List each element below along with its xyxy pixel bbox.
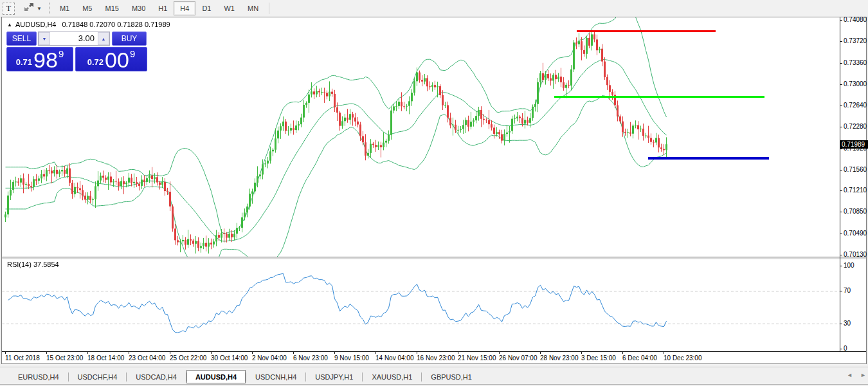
timeframe-button-d1[interactable]: D1 [195, 1, 217, 15]
price-axis-tick [840, 106, 842, 106]
time-axis-tick [622, 352, 623, 354]
price-axis-label: 0.74080 [844, 16, 867, 23]
chart-symbol-title: AUDUSD,H4 [15, 21, 57, 28]
arrows-tool-button[interactable]: ▼ [21, 2, 44, 15]
price-axis-tick [840, 63, 842, 64]
time-axis-tick [211, 352, 212, 354]
chart-tabs: EURUSD,H4USDCHF,H4USDCAD,H4AUDUSD,H4USDC… [9, 370, 481, 383]
sell-price-tile[interactable]: 0.71 98 9 [6, 47, 73, 71]
rsi-axis-label: 70 [844, 287, 851, 294]
price-axis-tick [840, 127, 842, 127]
chart-tab-gbpusd-h1[interactable]: GBPUSD,H1 [422, 370, 481, 383]
time-axis-label: 6 Nov 23:00 [293, 354, 328, 362]
volume-decrease-button[interactable]: ▼ [39, 32, 50, 45]
price-axis-label: 0.72640 [844, 102, 867, 109]
pane-divider[interactable] [2, 257, 866, 259]
volume-stepper: ▼ 3.00 ▲ [38, 32, 110, 46]
timeframe-button-m5[interactable]: M5 [76, 1, 98, 15]
timeframe-button-w1[interactable]: W1 [217, 1, 241, 15]
time-axis-tick [87, 352, 88, 354]
time-axis-tick [581, 352, 582, 354]
volume-input[interactable]: 3.00 [50, 32, 98, 45]
chart-tab-audusd-h4[interactable]: AUDUSD,H4 [186, 370, 246, 383]
tab-scroll-right-icon[interactable]: ► [860, 372, 866, 378]
current-price-badge: 0.71989 [840, 140, 868, 149]
time-axis-tick [293, 352, 294, 354]
rsi-axis-tick [840, 291, 842, 291]
tab-scroll-left-icon[interactable]: ◄ [847, 372, 853, 378]
time-axis-label: 21 Nov 15:00 [458, 354, 496, 362]
rsi-indicator-label: RSI(14) 37.5854 [7, 261, 59, 268]
sell-button[interactable]: SELL [6, 32, 37, 46]
timeframe-button-m1[interactable]: M1 [53, 1, 76, 15]
rsi-axis-label: 30 [844, 320, 851, 327]
top-toolbar: T ▼ M1M5M15M30H1H4D1W1MN [0, 0, 868, 17]
chart-tab-xauusd-h1[interactable]: XAUUSD,H1 [363, 370, 421, 383]
time-axis-tick [5, 352, 6, 354]
timeframe-button-mn[interactable]: MN [241, 1, 265, 15]
text-tool-icon: T [6, 4, 11, 14]
price-axis-label: 0.70130 [844, 251, 867, 258]
time-axis-tick [664, 352, 664, 354]
timeframe-button-m30[interactable]: M30 [125, 1, 152, 15]
chart-tab-usdcnh-h4[interactable]: USDCNH,H4 [246, 370, 305, 383]
timeframe-button-h1[interactable]: H1 [152, 1, 174, 15]
price-axis-label: 0.73000 [844, 80, 867, 87]
buy-price-tile[interactable]: 0.72 00 9 [75, 47, 147, 71]
buy-price-big-digits: 00 [105, 50, 129, 69]
buy-button[interactable]: BUY [112, 32, 147, 46]
buy-price-pip-digit: 9 [130, 48, 135, 59]
chart-ohlc-values: 0.71848 0.72070 0.71828 0.71989 [62, 21, 170, 28]
price-axis-tick [840, 255, 842, 255]
volume-increase-button[interactable]: ▲ [98, 32, 109, 45]
timeframe-toolbar: M1M5M15M30H1H4D1W1MN [53, 0, 265, 17]
time-axis-tick [540, 352, 541, 354]
time-axis-label: 11 Oct 2018 [5, 354, 40, 362]
price-axis-label: 0.72280 [844, 123, 867, 130]
triangle-up-icon: ▲ [102, 37, 106, 41]
time-axis-tick [499, 352, 500, 354]
time-axis-tick [129, 352, 129, 354]
one-click-trading-panel: SELL ▼ 3.00 ▲ BUY 0.71 98 9 0.72 00 9 [6, 32, 147, 71]
time-axis-tick [252, 352, 253, 354]
rsi-axis-tick [840, 324, 842, 324]
price-axis-tick [840, 190, 842, 191]
time-axis-tick [334, 352, 335, 354]
rsi-indicator-canvas[interactable] [2, 259, 840, 351]
price-axis-line [840, 17, 840, 351]
time-axis-label: 6 Dec 04:00 [622, 354, 657, 362]
time-axis-label: 30 Oct 14:00 [211, 354, 248, 362]
price-axis-label: 0.70490 [844, 230, 867, 237]
time-axis-tick [170, 352, 170, 354]
price-axis-tick [840, 84, 842, 85]
arrows-icon [23, 3, 35, 14]
sell-price-prefix: 0.71 [16, 57, 32, 67]
chart-tab-bar: EURUSD,H4USDCHF,H4USDCAD,H4AUDUSD,H4USDC… [0, 367, 868, 386]
rsi-axis-label: 100 [844, 262, 854, 269]
chart-tab-usdcad-h4[interactable]: USDCAD,H4 [127, 370, 186, 383]
time-axis-label: 15 Oct 23:00 [46, 354, 83, 362]
chart-tab-eurusd-h4[interactable]: EURUSD,H4 [9, 370, 68, 383]
price-axis-tick [840, 212, 842, 212]
text-label-tool-button[interactable]: T [3, 3, 15, 15]
collapse-panel-icon[interactable]: ▲ [7, 22, 12, 28]
toolbar-separator [269, 3, 269, 14]
time-axis-label: 26 Nov 07:00 [499, 354, 538, 362]
window-bottom-edge [0, 384, 868, 385]
toolbar-separator [49, 3, 50, 14]
chart-tab-usdchf-h4[interactable]: USDCHF,H4 [69, 370, 127, 383]
time-axis-label: 16 Nov 23:00 [417, 354, 455, 362]
sell-price-pip-digit: 9 [59, 48, 64, 59]
chart-tab-usdjpy-h1[interactable]: USDJPY,H1 [306, 370, 362, 383]
time-axis-tick [375, 352, 376, 354]
time-axis-label: 2 Nov 04:00 [252, 354, 287, 362]
time-axis-label: 9 Nov 15:00 [334, 354, 369, 362]
price-axis-tick [840, 20, 842, 21]
timeframe-button-m15[interactable]: M15 [98, 1, 125, 15]
timeframe-button-h4[interactable]: H4 [174, 1, 195, 15]
price-axis-label: 0.73360 [844, 59, 867, 66]
time-axis-tick [417, 352, 417, 354]
rsi-axis-label: 0 [844, 345, 847, 352]
price-axis-label: 0.71560 [844, 166, 867, 173]
rsi-axis-tick [840, 266, 842, 266]
